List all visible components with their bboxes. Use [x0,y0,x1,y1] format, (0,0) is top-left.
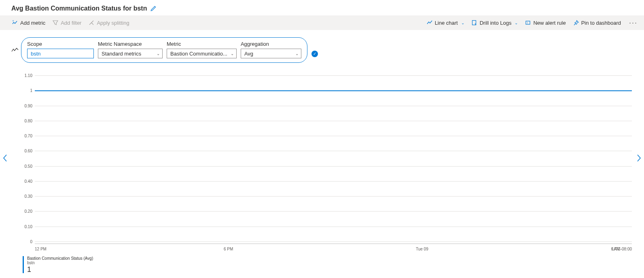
y-axis-tick-label: 0.70 [21,134,32,138]
add-metric-button[interactable]: + Add metric [11,18,46,28]
chart-legend[interactable]: Bastion Communication Status (Avg) bstn … [23,256,93,273]
prev-chart-button[interactable] [2,154,8,162]
metric-column: Metric Bastion Communicatio... ⌄ [167,41,237,58]
y-axis-tick-label: 0.40 [21,179,32,183]
chevron-down-icon: ⌄ [295,51,299,56]
scope-value: bstn [31,51,41,57]
metric-picker: Scope bstn Metric Namespace Standard met… [11,37,644,63]
metric-selector[interactable]: Bastion Communicatio... ⌄ [167,49,237,58]
logs-icon [472,20,477,26]
y-axis-tick-label: 0 [21,240,32,244]
x-axis-tick-label: Tue 09 [416,247,428,251]
grid-line [35,181,632,182]
namespace-label: Metric Namespace [98,41,163,47]
chart-toolbar: + Add metric Add filter Apply splitting … [0,15,644,30]
svg-rect-2 [526,21,530,24]
grid-line [35,196,632,197]
scope-label: Scope [27,41,94,47]
next-chart-button[interactable] [636,154,642,162]
y-axis-tick-label: 0.50 [21,164,32,168]
grid-line [35,136,632,136]
svg-text:!: ! [527,21,528,24]
toolbar-left: + Add metric Add filter Apply splitting [11,18,420,28]
line-chart-button[interactable]: Line chart ⌄ [426,18,465,28]
edit-icon[interactable] [150,5,157,12]
chevron-down-icon: ⌄ [231,51,234,56]
x-axis-tick-label: 6 PM [224,247,233,251]
timezone-label: UTC-08:00 [612,247,632,251]
y-axis-tick-label: 0.80 [21,118,32,123]
more-menu-button[interactable]: ··· [627,19,639,27]
y-axis-tick-label: 1 [21,88,32,93]
y-axis-tick-label: 0.10 [21,224,32,229]
page-title-row: Avg Bastion Communication Status for bst… [0,0,644,15]
namespace-column: Metric Namespace Standard metrics ⌄ [98,41,163,58]
y-axis-tick-label: 0.20 [21,209,32,214]
aggregation-value: Avg [244,51,253,57]
grid-line [35,242,632,242]
aggregation-column: Aggregation Avg ⌄ [241,41,301,58]
x-axis [35,244,632,244]
new-alert-label: New alert rule [533,20,566,26]
grid-line [35,227,632,227]
legend-value: 1 [27,266,93,273]
y-axis-tick-label: 1.10 [21,73,32,78]
add-metric-label: Add metric [20,20,45,26]
aggregation-selector[interactable]: Avg ⌄ [241,49,301,58]
grid-line [35,106,632,106]
add-filter-label: Add filter [61,20,81,26]
legend-text: Bastion Communication Status (Avg) bstn … [27,256,93,273]
check-icon[interactable]: ✓ [311,51,318,57]
y-axis-tick-label: 0.90 [21,103,32,108]
y-axis-tick-label: 0.60 [21,149,32,153]
drill-logs-label: Drill into Logs [480,20,512,26]
grid-line [35,75,632,76]
legend-resource: bstn [27,261,93,265]
chevron-down-icon: ⌄ [515,21,518,25]
metric-pill: Scope bstn Metric Namespace Standard met… [21,37,307,63]
add-metric-icon: + [12,20,18,26]
add-filter-button[interactable]: Add filter [52,18,82,28]
line-chart-label: Line chart [435,20,458,26]
scope-column: Scope bstn [27,41,94,58]
line-chart[interactable]: 1.1010.900.800.700.600.500.400.300.200.1… [21,73,632,254]
chevron-down-icon: ⌄ [157,51,160,56]
scope-selector[interactable]: bstn [27,49,94,58]
split-icon [89,20,94,26]
alert-icon: ! [525,20,531,26]
x-axis-tick-label: 12 PM [35,247,47,251]
metric-label: Metric [167,41,237,47]
new-alert-button[interactable]: ! New alert rule [524,18,566,28]
line-chart-icon [427,20,432,26]
namespace-selector[interactable]: Standard metrics ⌄ [98,49,163,58]
pin-label: Pin to dashboard [581,20,621,26]
apply-splitting-label: Apply splitting [97,20,129,26]
drill-logs-button[interactable]: Drill into Logs ⌄ [471,18,519,28]
grid-line [35,166,632,167]
pin-icon [573,20,579,26]
svg-text:+: + [12,20,14,23]
grid-line [35,151,632,151]
filter-icon [53,20,58,26]
y-axis-tick-label: 0.30 [21,194,32,199]
series-line [35,90,632,91]
pin-dashboard-button[interactable]: Pin to dashboard [572,18,622,28]
legend-color-swatch [23,256,24,273]
page-title: Avg Bastion Communication Status for bst… [11,5,147,12]
metric-value: Bastion Communicatio... [170,51,227,57]
namespace-value: Standard metrics [102,51,141,57]
legend-series-name: Bastion Communication Status (Avg) [27,256,93,261]
chevron-down-icon: ⌄ [461,21,464,25]
apply-splitting-button[interactable]: Apply splitting [88,18,130,28]
grid-line [35,211,632,212]
grid-line [35,121,632,121]
aggregation-label: Aggregation [241,41,301,47]
metric-series-icon [11,47,19,54]
toolbar-right: Line chart ⌄ Drill into Logs ⌄ ! New ale… [426,18,639,28]
